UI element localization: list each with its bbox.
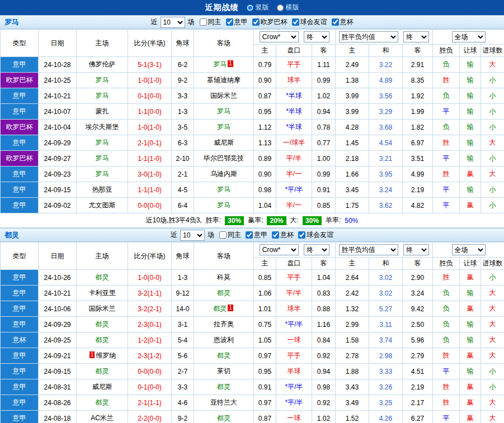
away-avg-cell: 6.97: [403, 135, 433, 151]
match-date-cell: 24-08-18: [39, 411, 77, 423]
corners-cell: 2-1: [172, 167, 194, 182]
filter-checkbox[interactable]: [292, 18, 299, 26]
filter-option-意杯[interactable]: 意杯: [272, 230, 294, 240]
scope-select[interactable]: 全场: [452, 244, 486, 255]
team-label: AC米兰: [91, 414, 114, 422]
team-name-torino: 都灵: [4, 230, 19, 240]
team-label: 热那亚: [92, 186, 112, 193]
handicap-result-cell: 赢: [460, 270, 481, 286]
handicap-result-cell: 输: [460, 364, 481, 379]
col-header-type: 类型: [1, 30, 39, 57]
score-cell: 3-2(2-1): [128, 301, 172, 317]
avg-stage-select[interactable]: 终: [403, 31, 429, 42]
score-cell: 1-0(1-0): [128, 73, 172, 88]
filter-checkbox[interactable]: [200, 18, 207, 26]
filter-option-意甲[interactable]: 意甲: [226, 17, 248, 27]
team-label: 威尼斯: [214, 139, 234, 146]
bookmaker-select[interactable]: Crow*: [260, 31, 299, 42]
odds-stage-select[interactable]: 终: [304, 244, 329, 255]
filter-option-球会友谊[interactable]: 球会友谊: [292, 17, 327, 27]
home-team-cell: 蒙扎: [77, 104, 128, 120]
scope-controls-cell: 全场: [433, 243, 504, 258]
score-cell: 0-0(0-0): [128, 364, 172, 379]
filter-checkbox[interactable]: [219, 231, 227, 239]
avg-type-select[interactable]: 胜平负均值: [339, 31, 398, 42]
handicap-result-cell: 赢: [460, 379, 481, 395]
home-team-cell: 埃尔夫斯堡: [77, 120, 128, 135]
home-avg-cell: 3.99: [336, 88, 369, 104]
handicap-line-cell: *半球: [276, 88, 312, 104]
home-team-cell: 罗马: [77, 88, 128, 104]
handicap-line-cell: 一球: [276, 411, 312, 423]
col-header-corners: 角球: [172, 243, 194, 270]
col-header-home: 主场: [77, 30, 128, 57]
result-cell: 负: [433, 120, 460, 135]
away-avg-cell: 2.19: [403, 379, 433, 395]
goals-result-cell: 小: [481, 151, 504, 167]
filter-checkbox[interactable]: [226, 18, 233, 26]
vertical-radio[interactable]: [247, 4, 253, 11]
home-odds-cell: 0.75: [254, 317, 276, 332]
score-cell: 2-3(0-1): [128, 317, 172, 332]
match-date-cell: 24-09-29: [39, 317, 77, 332]
home-avg-cell: 3.49: [336, 395, 369, 411]
filter-option-同主[interactable]: 同主: [219, 230, 241, 240]
win-rate-label: 胜率:: [206, 216, 221, 225]
home-team-cell: 卡利亚里: [77, 286, 128, 301]
handicap-result-cell: 输: [460, 317, 481, 332]
handicap-line-cell: 球半: [276, 301, 312, 317]
home-team-cell: 都灵: [77, 364, 128, 379]
filter-checkbox[interactable]: [298, 231, 305, 239]
team-label: 维罗纳: [96, 351, 116, 359]
avg-type-select[interactable]: 胜平负均值: [339, 244, 398, 255]
goals-result-cell: 大: [481, 411, 504, 423]
filter-checkbox[interactable]: [332, 18, 339, 26]
team-label: 都灵: [213, 305, 227, 312]
col-header-handicap: 让球: [460, 258, 481, 270]
scope-select[interactable]: 全场: [452, 31, 486, 42]
score-cell: 3-2(1-1): [128, 286, 172, 301]
bookmaker-select[interactable]: Crow*: [260, 244, 299, 255]
filter-checkbox[interactable]: [246, 231, 253, 239]
home-odds-cell: 1.12: [254, 120, 276, 135]
away-team-cell: 国际米兰: [194, 88, 254, 104]
team-label: 罗马: [217, 123, 230, 131]
filter-option-意杯[interactable]: 意杯: [332, 17, 354, 27]
match-row: 意甲24-09-29都灵2-3(0-1)3-1拉齐奥0.75*平/半1.162.…: [1, 317, 504, 332]
match-date-cell: 24-09-29: [39, 135, 77, 151]
team-label: 埃尔夫斯堡: [86, 123, 119, 131]
odds-stage-select[interactable]: 终: [304, 31, 329, 42]
handicap-line-cell: *平/半: [276, 182, 312, 198]
result-cell: 胜: [433, 395, 460, 411]
match-date-cell: 24-09-15: [39, 364, 77, 379]
filter-option-意甲[interactable]: 意甲: [246, 230, 267, 240]
filter-checkbox[interactable]: [252, 18, 260, 26]
match-date-cell: 24-10-25: [39, 73, 77, 88]
goals-result-cell: 小: [481, 364, 504, 379]
away-avg-cell: 1.92: [403, 88, 433, 104]
filter-option-同主[interactable]: 同主: [200, 17, 222, 27]
filter-checkbox[interactable]: [272, 231, 279, 239]
handicap-result-cell: 输: [460, 182, 481, 198]
away-avg-cell: 4.51: [403, 364, 433, 379]
topbar: 近期战绩 竖版 横版: [0, 0, 504, 15]
col-header-avg-away: 客: [403, 45, 433, 57]
horizontal-radio[interactable]: [277, 4, 284, 11]
filter-option-球会友谊[interactable]: 球会友谊: [298, 230, 333, 240]
away-odds-cell: 0.94: [312, 364, 336, 379]
match-count-select[interactable]: 10: [161, 17, 185, 28]
away-odds-cell: 0.98: [312, 379, 336, 395]
team-label: 罗马: [213, 60, 227, 68]
layout-option-vertical[interactable]: 竖版: [247, 3, 269, 12]
layout-option-horizontal[interactable]: 横版: [277, 3, 299, 12]
draw-avg-cell: 3.24: [369, 182, 403, 198]
filter-option-欧罗巴杯[interactable]: 欧罗巴杯: [252, 17, 288, 27]
handicap-result-cell: 输: [460, 57, 481, 73]
handicap-result-cell: 输: [460, 104, 481, 120]
away-odds-cell: 0.78: [312, 120, 336, 135]
match-count-select[interactable]: 10: [180, 230, 205, 241]
avg-stage-select[interactable]: 终: [403, 244, 429, 255]
goals-result-cell: 大: [481, 57, 504, 73]
away-odds-cell: 0.94: [312, 104, 336, 120]
team-label: 蒙扎: [96, 107, 109, 115]
